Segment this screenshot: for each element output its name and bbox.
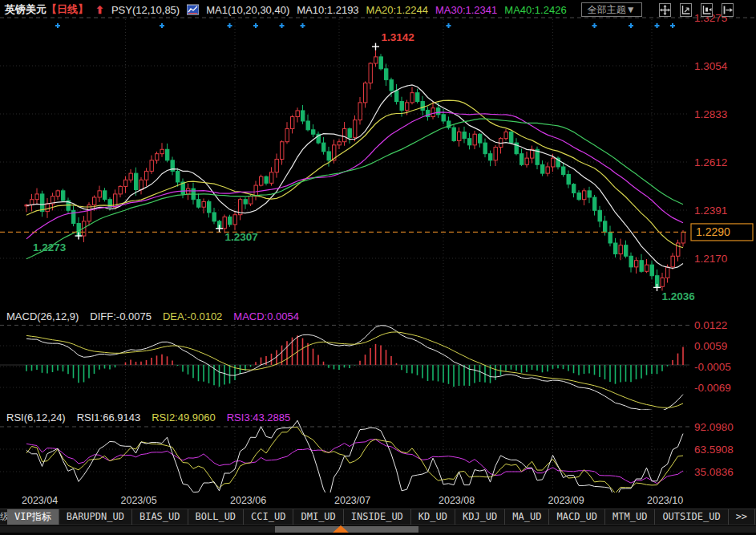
date-label: 2023/09 [548,495,584,506]
tab-barupdn-ud[interactable]: BARUPDN_UD [59,509,132,525]
ma10-value: MA10:1.2193 [297,4,358,16]
tab-ma-ud[interactable]: MA_UD [505,509,549,525]
ma10-line [26,85,683,269]
ma-group-label: MA1(10,20,30,40) [206,4,289,16]
annotation-1.2036: 1.2036 [662,290,696,302]
macd-tick: -0.0069 [694,382,731,394]
clipped-tab[interactable]: 级 [0,509,7,525]
tab-vip-[interactable]: VIP指标 [7,509,59,525]
price-annotations: 1.22731.23071.31421.2036 [33,31,695,302]
scrollbar-position-arrow[interactable] [333,525,349,533]
rsi2-line [26,428,683,493]
price-tick: 1.2170 [694,253,727,265]
tab-kdj-ud[interactable]: KDJ_UD [455,509,505,525]
macd-tick: 0.0059 [694,340,727,352]
macd-tick: 0.0122 [694,319,727,331]
collapse-right-icon [722,5,733,15]
chart-thumbnail-icon [187,4,199,15]
ma40-value: MA40:1.2426 [504,4,566,16]
indicator-tab-bar: 级 VIP指标BARUPDN_UDBIAS_UDBOLL_UDCCI_UDDMI… [0,509,756,525]
price-tick: 1.3054 [694,60,728,72]
macd-header-row: MACD(26,12,9) DIFF:-0.0075 DEA:-0.0102 M… [6,310,299,322]
annotation-1.2273: 1.2273 [33,241,67,253]
ma30-value: MA30:1.2341 [435,4,497,16]
ma10-path [26,85,683,269]
psy-indicator-label: PSY(12,10,85) [111,4,180,16]
date-label: 2023/06 [230,495,266,506]
x-axis-labels: 2023/042023/052023/062023/072023/082023/… [22,495,683,506]
rsi1-line [26,420,683,499]
rsi3-value: RSI3:43.2885 [227,411,291,424]
collapse-right-button[interactable] [722,3,734,17]
rsi-plot [26,420,683,499]
rsi-params: RSI(6,12,24) [6,411,66,424]
period-label: 【日线】 [46,3,88,15]
move-cross-icon [660,5,670,15]
macd-params: MACD(26,12,9) [6,310,79,322]
date-label: 2023/08 [439,495,475,506]
macd-plot [26,326,683,411]
tab-boll-ud[interactable]: BOLL_UD [188,509,245,525]
date-label: 2023/10 [647,495,683,506]
tab-inside-ud[interactable]: INSIDE_UD [344,509,411,525]
y-axis-labels: 1.32751.30541.28331.26121.23911.21700.01… [694,12,734,478]
rsi-header-row: RSI(6,12,24) RSI1:66.9143 RSI2:49.9060 R… [6,411,290,424]
theme-dropdown-button[interactable]: 全部主题▼ [581,2,642,17]
tab-bias-ud[interactable]: BIAS_UD [132,509,188,525]
pan-move-button[interactable] [659,3,671,17]
rsi-tick: 92.0980 [694,421,734,433]
top-header-bar: 英镑美元【日线】 ⬆ PSY(12,10,85) MA1(10,20,30,40… [0,0,756,19]
candles-layer [25,47,685,290]
date-label: 2023/07 [334,495,370,506]
macd-macd-value: MACD:0.0054 [233,310,299,322]
macd-tick: -0.0005 [694,361,731,373]
rsi-tick: 35.0836 [694,466,734,478]
tab--[interactable]: >> [729,509,755,525]
current-price-text: 1.2290 [696,225,730,238]
up-arrow-icon: ⬆ [95,4,104,16]
axis-play-icon [701,5,712,15]
date-label: 2023/05 [121,495,157,506]
tab-outside-ud[interactable]: OUTSIDE_UD [655,509,728,525]
price-tick: 1.2612 [694,156,727,168]
axis-zoom-button[interactable] [680,3,692,17]
annotation-1.3142: 1.3142 [382,31,414,43]
macd-diff-value: DIFF:-0.0075 [90,310,152,322]
macd-dea-value: DEA:-0.0102 [163,310,222,322]
annotation-1.2307: 1.2307 [225,231,258,243]
date-label: 2023/04 [22,495,58,506]
tab-dmi-ud[interactable]: DMI_UD [293,509,343,525]
tab-mtm-ud[interactable]: MTM_UD [605,509,655,525]
tab-cci-ud[interactable]: CCI_UD [244,509,293,525]
axis-play-button[interactable] [701,3,713,17]
price-tick: 1.2391 [694,205,727,217]
rsi2-value: RSI2:49.9060 [152,411,216,424]
axis-zoom-icon [681,5,691,15]
chart-canvas[interactable]: 1.22901.32751.30541.28331.26121.23911.21… [0,0,756,535]
symbol-name: 英镑美元 [5,3,46,15]
tab-kd-ud[interactable]: KD_UD [411,509,455,525]
price-tick: 1.2833 [694,108,727,120]
ma20-value: MA20:1.2244 [366,4,428,16]
rsi1-value: RSI1:66.9143 [77,411,141,424]
rsi-tick: 63.5908 [694,444,734,456]
signal-markers [55,23,675,28]
tab-macd-ud[interactable]: MACD_UD [549,509,605,525]
